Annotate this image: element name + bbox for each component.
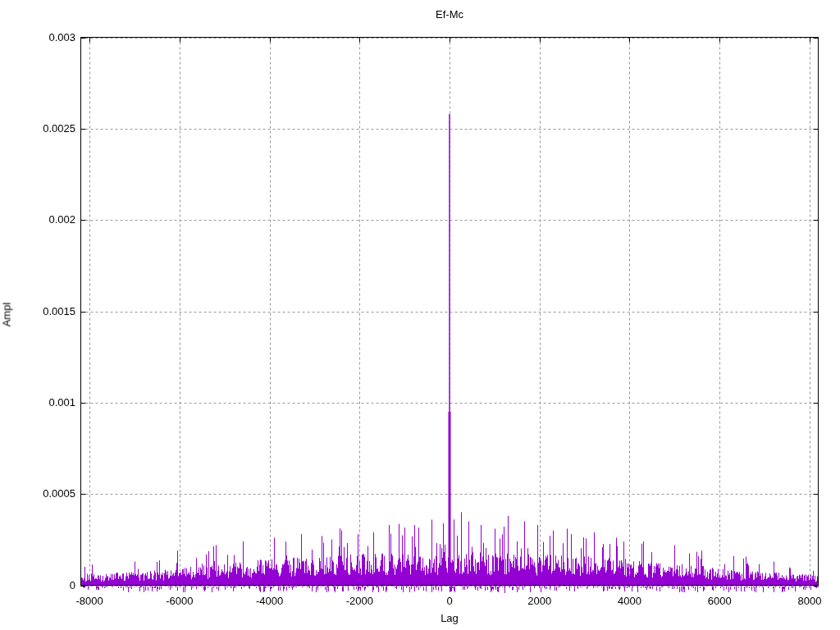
x-tick-label: 0 [417, 595, 482, 608]
y-tick-label: 0.003 [18, 31, 75, 44]
y-tick-label: 0.0025 [18, 122, 75, 135]
chart-title: Ef-Mc [80, 8, 819, 21]
y-tick-label: 0 [18, 579, 75, 592]
x-tick-label: -2000 [326, 595, 392, 608]
x-tick-label: -6000 [147, 595, 212, 608]
y-axis-label: Ampl [1, 286, 13, 344]
x-tick-label: 4000 [596, 595, 662, 608]
x-tick-label: 2000 [507, 595, 573, 608]
x-axis-label: Lag [80, 612, 819, 624]
x-tick-label: -4000 [237, 595, 303, 608]
x-tick-label: -8000 [57, 595, 122, 608]
x-tick-label: 8000 [777, 595, 840, 608]
y-tick-label: 0.001 [18, 396, 75, 409]
x-tick-label: 6000 [687, 595, 752, 608]
correlation-plot-canvas [0, 0, 840, 630]
y-tick-label: 0.0015 [18, 305, 75, 318]
y-tick-label: 0.0005 [18, 487, 75, 500]
gnuplot-figure: Ef-Mc Ampl Lag 00.00050.0010.00150.0020.… [0, 0, 840, 630]
y-tick-label: 0.002 [18, 213, 75, 226]
